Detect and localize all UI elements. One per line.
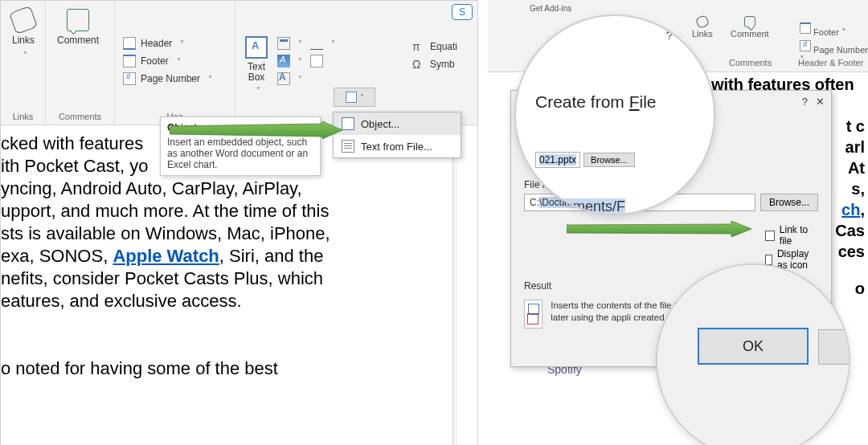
links-button[interactable]: Links [6, 4, 41, 65]
textfile-item-icon [342, 140, 354, 153]
help-button[interactable] [802, 96, 808, 108]
magnifier-create-from-file: ? ✕ Create from File 021.pptx Browse... … [514, 14, 715, 215]
file-input-zoom[interactable]: 021.pptx [535, 152, 580, 168]
svg-marker-0 [170, 121, 342, 139]
dropdown-text-from-file[interactable]: Text from File... [334, 135, 461, 157]
footer-button-r[interactable]: Footer ˅ [800, 22, 846, 38]
footer-icon [123, 55, 136, 67]
datetime-button[interactable] [307, 52, 338, 70]
tab-create-from-file[interactable]: Create from File [535, 92, 694, 112]
doc-line: yncing, Android Auto, CarPlay, AirPlay, [1, 178, 383, 200]
result-icon [524, 300, 542, 329]
checkbox-icon [765, 255, 772, 265]
getaddins-button[interactable]: Get Add-ins [530, 3, 571, 13]
doc-line: o noted for having some of the best [1, 357, 383, 380]
comment-label: Comment [57, 35, 99, 46]
equation-icon [412, 40, 425, 53]
doc-line: sts is available on Windows, Mac, iPhone… [1, 222, 383, 245]
comment-button-r[interactable]: Comment [731, 16, 769, 39]
group-label-comments-r: Comments [729, 58, 772, 67]
object-split-button[interactable] [334, 88, 375, 107]
datetime-icon [310, 55, 323, 67]
textbox-label: Text Box [248, 62, 265, 83]
comment-icon [744, 16, 755, 27]
wordart-button[interactable] [274, 52, 305, 70]
tooltip-body: Insert an embedded object, such as anoth… [167, 137, 313, 170]
quickparts-icon [277, 37, 290, 50]
doc-line: nefits, consider Pocket Casts Plus, whic… [1, 267, 383, 290]
link-to-file-checkbox[interactable]: Link to file [765, 224, 818, 247]
doc-line [1, 335, 383, 357]
left-screenshot: S Links Links Comment Comments Header Fo… [0, 0, 478, 445]
object-item-icon [342, 117, 354, 130]
magnifier-ok-button: OK [656, 263, 850, 445]
ok-button-zoom[interactable]: OK [698, 328, 809, 365]
comment-icon [67, 9, 89, 31]
header-icon [123, 37, 136, 50]
doc-line: exa, SONOS, Apple Watch, Siri, and the [1, 245, 383, 267]
cancel-button-peek[interactable] [818, 329, 850, 365]
equation-button[interactable]: Equati [409, 38, 472, 55]
signature-icon [310, 37, 323, 50]
textbox-icon [245, 36, 268, 59]
close-button[interactable] [816, 96, 825, 108]
symbol-icon [412, 58, 425, 71]
signature-button[interactable] [307, 35, 338, 52]
footer-icon [800, 22, 811, 34]
checkbox-icon [765, 231, 775, 241]
links-button-r[interactable]: Links [692, 16, 713, 39]
link-icon [695, 14, 710, 29]
pagenum-button[interactable]: Page Number [120, 70, 230, 88]
symbol-button[interactable]: Symb [409, 55, 472, 73]
object-dropdown: Object... Text from File... [333, 112, 461, 158]
object-icon [346, 92, 357, 103]
pagenum-icon [800, 40, 811, 51]
quickparts-button[interactable] [274, 35, 305, 52]
browse-button[interactable]: Browse... [760, 194, 818, 211]
wordart-icon [277, 55, 290, 67]
svg-marker-1 [567, 221, 751, 237]
dropcap-button[interactable] [274, 70, 305, 88]
group-label-comments: Comments [46, 112, 114, 121]
dropcap-icon [277, 72, 290, 85]
ribbon-group-comments: Comment Comments [46, 1, 115, 125]
doc-line: eatures, and exclusive access. [1, 290, 383, 312]
ribbon: S Links Links Comment Comments Header Fo… [1, 1, 477, 125]
ribbon-group-links: Links Links [1, 1, 46, 125]
ribbon-group-symbols: Equati Symb [404, 1, 477, 125]
green-arrow-1 [170, 121, 342, 139]
group-label-hf-r: Header & Footer [798, 58, 863, 67]
pagenum-icon [123, 72, 136, 85]
ribbon-group-headerfooter: Header Footer Page Number Hea [115, 1, 235, 125]
dropdown-object[interactable]: Object... [334, 112, 461, 135]
apple-watch-link[interactable]: Apple Watch [113, 246, 219, 266]
doc-line: upport, and much more. At the time of th… [1, 200, 383, 222]
header-button[interactable]: Header [120, 35, 230, 52]
footer-button[interactable]: Footer [120, 52, 230, 70]
group-label-links: Links [1, 112, 45, 121]
textbox-button[interactable]: Text Box [240, 35, 272, 96]
green-arrow-2 [567, 221, 751, 237]
comment-button[interactable]: Comment [51, 4, 105, 51]
page-edge [452, 125, 457, 445]
browse-button-zoom[interactable]: Browse... [583, 153, 635, 167]
links-label: Links [12, 35, 35, 46]
link-frag[interactable]: ch [841, 201, 860, 218]
link-icon [9, 6, 38, 35]
doc-line [1, 312, 383, 335]
